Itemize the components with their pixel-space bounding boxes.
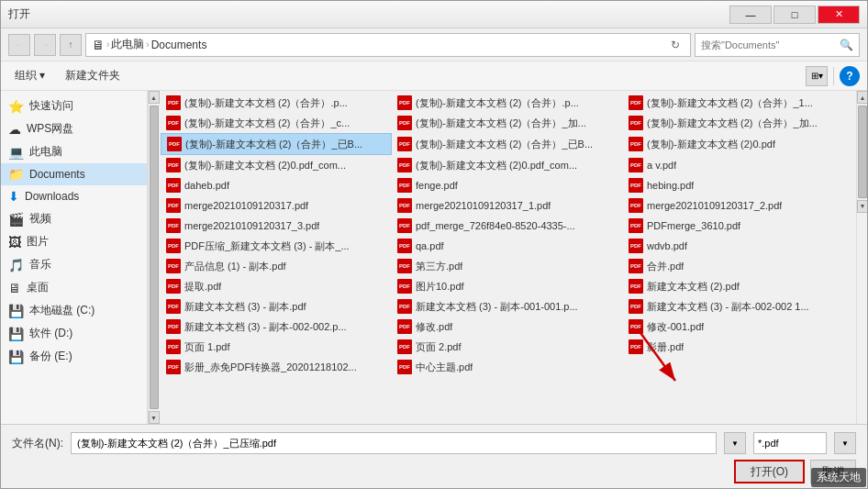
file-item[interactable]: PDF(复制)-新建文本文档 (2)0.pdf_com... (161, 155, 392, 175)
file-item[interactable]: PDF(复制)-新建文本文档 (2)（合并）_1... (623, 93, 854, 113)
pdf-icon: PDF (166, 158, 181, 172)
file-item[interactable]: PDFPDFmerge_3610.pdf (623, 216, 854, 236)
back-button[interactable]: ← (8, 34, 30, 56)
file-name: 中心主题.pdf (416, 361, 473, 374)
file-item[interactable]: PDF新建文本文档 (2).pdf (623, 276, 854, 296)
new-folder-button[interactable]: 新建文件夹 (59, 66, 127, 86)
file-item[interactable]: PDF(复制)-新建文本文档 (2)（合并）_加... (392, 113, 623, 133)
file-item[interactable]: PDFdaheb.pdf (161, 175, 392, 195)
file-item[interactable]: PDFhebing.pdf (623, 175, 854, 195)
sidebar-item-this-pc[interactable]: 💻 此电脑 (1, 140, 147, 163)
sidebar-item-desktop[interactable]: 🖥 桌面 (1, 276, 147, 299)
file-item[interactable]: PDF合并.pdf (623, 256, 854, 276)
file-item[interactable]: PDF影册_赤免PDF转换器_20201218102... (161, 357, 392, 377)
file-item[interactable]: PDF(复制)-新建文本文档 (2)（合并）_c... (161, 113, 392, 133)
file-item[interactable]: PDF影册.pdf (623, 337, 854, 357)
file-item[interactable]: PDF提取.pdf (161, 276, 392, 296)
file-name: 影册_赤免PDF转换器_20201218102... (184, 361, 357, 374)
filename-input[interactable] (71, 432, 717, 454)
filetype-input[interactable] (753, 432, 827, 454)
breadcrumb-thispc[interactable]: 此电脑 (111, 37, 144, 52)
file-item[interactable]: PDF(复制)-新建文本文档 (2)（合并）_已B... (392, 133, 623, 155)
open-button[interactable]: 打开(O) (734, 460, 805, 483)
action-row: 打开(O) 取消 (12, 460, 856, 483)
file-item[interactable]: PDFmerge20210109120317.pdf (161, 195, 392, 216)
sidebar-item-backup-e[interactable]: 💾 备份 (E:) (1, 345, 147, 368)
search-input[interactable] (701, 39, 836, 50)
file-item[interactable]: PDF(复制)-新建文本文档 (2)（合并）.p... (392, 93, 623, 113)
file-item[interactable]: PDFPDF压缩_新建文本文档 (3) - 副本_... (161, 236, 392, 256)
file-item[interactable]: PDFmerge20210109120317_1.pdf (392, 195, 623, 216)
file-item[interactable]: PDF(复制)-新建文本文档 (2)0.pdf_com... (392, 155, 623, 175)
file-scrollbar[interactable]: ▲ ▼ (856, 91, 867, 424)
file-scroll-up[interactable]: ▲ (857, 91, 867, 104)
file-item[interactable]: PDFqa.pdf (392, 236, 623, 256)
file-item[interactable]: PDF新建文本文档 (3) - 副本.pdf (161, 296, 392, 317)
disk-c-icon: 💾 (8, 304, 24, 318)
file-item[interactable]: PDF新建文本文档 (3) - 副本-001-001.p... (392, 296, 623, 317)
filetype-dropdown[interactable]: ▼ (834, 432, 856, 454)
minimize-button[interactable]: — (729, 6, 772, 24)
view-toggle-button[interactable]: ⊞▾ (806, 66, 828, 86)
pdf-icon: PDF (629, 319, 643, 334)
sidebar-item-videos[interactable]: 🎬 视频 (1, 207, 147, 230)
pdf-icon: PDF (629, 339, 643, 354)
sidebar-scroll-up[interactable]: ▲ (149, 91, 160, 104)
sidebar-scrollbar[interactable]: ▲ ▼ (148, 91, 159, 424)
file-item[interactable]: PDFfenge.pdf (392, 175, 623, 195)
sidebar-item-quick-access[interactable]: ⭐ 快速访问 (1, 94, 147, 117)
file-scroll-thumb[interactable] (858, 106, 867, 198)
file-name: (复制)-新建文本文档 (2)（合并）.p... (416, 96, 579, 110)
file-item[interactable]: PDF新建文本文档 (3) - 副本-002-002 1... (623, 296, 854, 317)
up-button[interactable]: ↑ (60, 34, 82, 56)
help-button[interactable]: ? (840, 66, 860, 86)
forward-button[interactable]: → (34, 34, 56, 56)
file-item[interactable]: PDF新建文本文档 (3) - 副本-002-002.p... (161, 317, 392, 337)
title-bar-controls: — □ ✕ (729, 6, 860, 24)
file-item[interactable]: PDF(复制)-新建文本文档 (2)（合并）_已B... (161, 133, 392, 155)
file-item[interactable]: PDF修改-001.pdf (623, 317, 854, 337)
file-item[interactable]: PDF(复制)-新建文本文档 (2)0.pdf (623, 133, 854, 155)
refresh-button[interactable]: ↻ (666, 36, 684, 54)
breadcrumb-documents[interactable]: Documents (151, 39, 207, 51)
sidebar-item-software-d[interactable]: 💾 软件 (D:) (1, 322, 147, 345)
search-bar[interactable]: 🔍 (695, 33, 860, 57)
file-item[interactable]: PDFwdvb.pdf (623, 236, 854, 256)
file-item[interactable]: PDF页面 1.pdf (161, 337, 392, 357)
file-item[interactable]: PDF(复制)-新建文本文档 (2)（合并）.p... (161, 93, 392, 113)
sidebar-item-music[interactable]: 🎵 音乐 (1, 253, 147, 276)
file-name: 修改-001.pdf (647, 320, 704, 334)
file-item[interactable]: PDFa v.pdf (623, 155, 854, 175)
file-name: 新建文本文档 (2).pdf (647, 280, 740, 294)
file-item[interactable]: PDF第三方.pdf (392, 256, 623, 276)
file-item[interactable]: PDF修改.pdf (392, 317, 623, 337)
file-item[interactable]: PDF图片10.pdf (392, 276, 623, 296)
file-name: (复制)-新建文本文档 (2)（合并）.p... (184, 96, 348, 110)
sidebar-item-pictures[interactable]: 🖼 图片 (1, 230, 147, 253)
file-item[interactable]: PDF中心主题.pdf (392, 357, 623, 377)
sidebar-item-documents[interactable]: 📁 Documents (1, 163, 147, 185)
pdf-icon: PDF (397, 218, 412, 233)
file-name: (复制)-新建文本文档 (2)（合并）_已B... (185, 138, 362, 151)
maximize-button[interactable]: □ (773, 6, 816, 24)
sidebar-item-downloads[interactable]: ⬇ Downloads (1, 185, 147, 207)
file-item[interactable]: PDF页面 2.pdf (392, 337, 623, 357)
file-item[interactable]: PDFpdf_merge_726f84e0-8520-4335-... (392, 216, 623, 236)
file-item[interactable]: PDF(复制)-新建文本文档 (2)（合并）_加... (623, 113, 854, 133)
pdf-icon: PDF (166, 178, 181, 193)
close-button[interactable]: ✕ (818, 6, 860, 24)
sidebar-scroll-down[interactable]: ▼ (149, 411, 160, 424)
pdf-icon: PDF (166, 116, 181, 130)
sidebar-item-wps[interactable]: ☁ WPS网盘 (1, 117, 147, 140)
documents-icon: 📁 (8, 167, 24, 182)
file-scroll-down[interactable]: ▼ (857, 200, 867, 213)
file-item[interactable]: PDF产品信息 (1) - 副本.pdf (161, 256, 392, 276)
file-item[interactable]: PDFmerge20210109120317_2.pdf (623, 195, 854, 216)
organize-button[interactable]: 组织 ▾ (8, 66, 51, 86)
breadcrumb[interactable]: 🖥 › 此电脑 › Documents (92, 37, 662, 52)
sidebar-scroll-thumb[interactable] (150, 106, 159, 409)
filename-dropdown[interactable]: ▼ (724, 432, 746, 454)
breadcrumb-computer[interactable]: 🖥 (92, 38, 105, 52)
sidebar-item-local-c[interactable]: 💾 本地磁盘 (C:) (1, 299, 147, 322)
file-item[interactable]: PDFmerge20210109120317_3.pdf (161, 216, 392, 236)
